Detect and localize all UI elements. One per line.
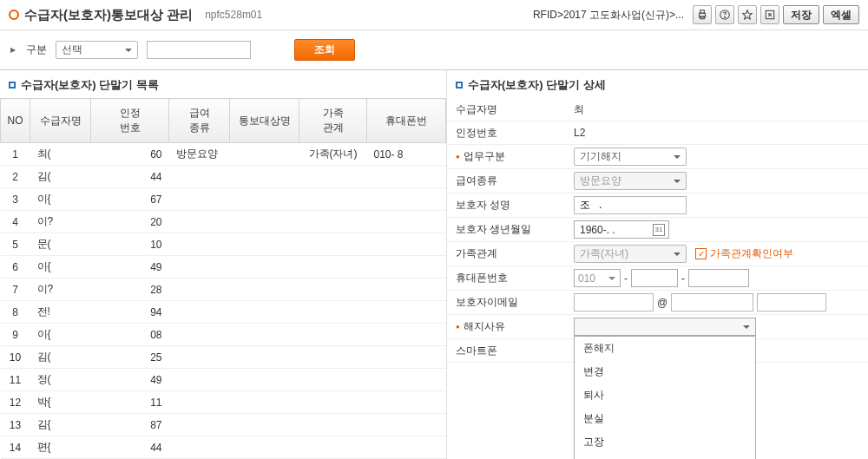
cell-rel — [299, 256, 367, 279]
guardian-name-input[interactable] — [574, 196, 687, 214]
guardian-birth-date[interactable]: 1960-. . 31 — [574, 220, 669, 239]
cell-rel — [299, 166, 367, 188]
logo-ring-icon — [9, 10, 19, 20]
cell-name: 이{ — [30, 188, 91, 211]
print-icon-button[interactable] — [693, 5, 712, 24]
excel-button[interactable]: 엑셀 — [823, 5, 859, 24]
cancel-reason-option[interactable]: 폰해지 — [575, 337, 755, 360]
cell-num: 67 — [91, 188, 169, 211]
value-auth-no: L2 — [574, 127, 585, 139]
expand-icon-button[interactable] — [760, 5, 779, 24]
cell-no: 11 — [1, 369, 30, 391]
star-icon-button[interactable] — [738, 5, 757, 24]
svg-rect-1 — [700, 10, 705, 14]
cancel-reason-option[interactable]: 기타 — [575, 454, 755, 459]
page-title: 수급자(보호자)통보대상 관리 — [24, 7, 193, 23]
table-row[interactable]: 10김(25 — [1, 346, 446, 369]
cancel-reason-option[interactable]: 퇴사 — [575, 384, 755, 407]
cell-target — [230, 166, 299, 188]
cell-name: 박{ — [30, 391, 91, 414]
cell-type — [169, 436, 230, 459]
table-row[interactable]: 1최(60방문요양가족(자녀)010- 8 — [1, 143, 446, 166]
cell-num: 10 — [91, 233, 169, 256]
cell-no: 5 — [1, 233, 30, 256]
cell-num: 44 — [91, 436, 169, 459]
cell-type — [169, 256, 230, 279]
cell-type — [169, 233, 230, 256]
job-type-select[interactable]: 기기해지 — [574, 148, 687, 166]
left-panel-title: 수급자(보호자) 단말기 목록 — [21, 77, 159, 93]
svg-marker-5 — [743, 10, 753, 19]
cell-num: 49 — [91, 369, 169, 391]
cancel-reason-option[interactable]: 변경 — [575, 360, 755, 384]
table-row[interactable]: 4이?20 — [1, 211, 446, 233]
table-row[interactable]: 2김(44 — [1, 166, 446, 188]
cell-target — [230, 143, 299, 166]
cell-num: 44 — [91, 166, 169, 188]
table-row[interactable]: 5문(10 — [1, 233, 446, 256]
cancel-reason-select[interactable]: 폰해지변경퇴사분실고장기타 — [574, 318, 756, 336]
phone-last-input[interactable] — [688, 269, 749, 287]
col-header: 통보대상명 — [230, 99, 299, 143]
cell-rel — [299, 324, 367, 346]
cell-type: 방문요양 — [169, 143, 230, 166]
table-row[interactable]: 7이?28 — [1, 279, 446, 301]
table-row[interactable]: 11정(49 — [1, 369, 446, 391]
svg-point-4 — [725, 16, 726, 17]
cell-rel — [299, 279, 367, 301]
cell-name: 이{ — [30, 324, 91, 346]
cell-name: 이? — [30, 279, 91, 301]
cell-no: 14 — [1, 436, 30, 459]
cell-name: 김( — [30, 346, 91, 369]
phone-mid-input[interactable] — [631, 269, 678, 287]
help-icon-button[interactable] — [715, 5, 734, 24]
family-rel-check[interactable]: ✓ 가족관계확인여부 — [695, 246, 793, 261]
cell-rel — [299, 233, 367, 256]
cancel-reason-option[interactable]: 분실 — [575, 407, 755, 430]
cell-phone — [367, 324, 446, 346]
label-family-rel: 가족관계 — [456, 246, 497, 261]
table-row[interactable]: 8전!94 — [1, 301, 446, 324]
save-button[interactable]: 저장 — [783, 5, 819, 24]
filter-text-input[interactable] — [147, 41, 251, 59]
cell-type — [169, 188, 230, 211]
table-row[interactable]: 9이{08 — [1, 324, 446, 346]
cell-phone — [367, 166, 446, 188]
cell-target — [230, 256, 299, 279]
breadcrumb[interactable]: RFID>2017 고도화사업(신규)>... — [533, 8, 684, 23]
cell-phone — [367, 391, 446, 414]
label-guardian-birth: 보호자 생년월일 — [456, 222, 531, 237]
cell-phone — [367, 188, 446, 211]
cell-rel — [299, 436, 367, 459]
right-panel-title: 수급자(보호자) 단말기 상세 — [468, 77, 606, 93]
cell-no: 13 — [1, 414, 30, 436]
email-domain2-input[interactable] — [757, 293, 826, 311]
cell-type — [169, 391, 230, 414]
cell-name: 김{ — [30, 414, 91, 436]
search-button[interactable]: 조회 — [294, 39, 355, 61]
cell-rel — [299, 188, 367, 211]
filter-type-select[interactable]: 선택 — [56, 41, 138, 59]
table-row[interactable]: 3이{67 — [1, 188, 446, 211]
calendar-icon[interactable]: 31 — [653, 224, 665, 236]
bullet-icon: ▶ — [10, 46, 16, 54]
phone-prefix-select[interactable]: 010 — [574, 269, 621, 287]
cell-rel — [299, 211, 367, 233]
col-header: 수급자명 — [30, 99, 91, 143]
cell-target — [230, 279, 299, 301]
email-local-input[interactable] — [574, 293, 654, 311]
section-icon — [9, 82, 16, 89]
email-domain-input[interactable] — [671, 293, 753, 311]
table-row[interactable]: 12박{11 — [1, 391, 446, 414]
cell-phone — [367, 436, 446, 459]
filter-label: 구분 — [26, 43, 47, 57]
table-row[interactable]: 14편{44 — [1, 436, 446, 459]
table-row[interactable]: 6이{49 — [1, 256, 446, 279]
table-row[interactable]: 13김{87 — [1, 414, 446, 436]
label-email: 보호자이메일 — [456, 295, 518, 310]
label-guardian-name: 보호자 성명 — [456, 198, 510, 213]
cancel-reason-option[interactable]: 고장 — [575, 430, 755, 454]
cell-num: 60 — [91, 143, 169, 166]
col-header: NO — [1, 99, 30, 143]
cell-target — [230, 211, 299, 233]
